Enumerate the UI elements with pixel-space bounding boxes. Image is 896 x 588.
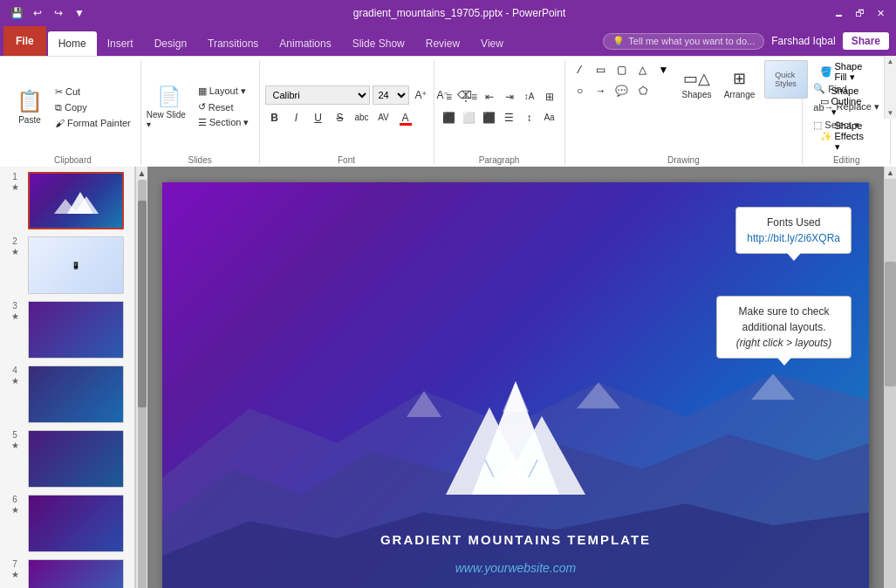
lightbulb-icon: 💡 [612, 36, 625, 47]
panel-scrollbar: ▲ ▼ [135, 167, 147, 588]
text-direction-button[interactable]: ↕A [520, 87, 539, 106]
font-size-select[interactable]: 24 [373, 85, 409, 105]
clipboard-group: 📋 Paste ✂ Cut ⧉ Copy 🖌 Format Painter [5, 60, 141, 165]
convert-to-smartart-button[interactable]: Aa [540, 108, 559, 127]
rect-shape[interactable]: ▭ [592, 60, 611, 79]
slide-image-4 [28, 366, 124, 423]
slide-thumbnail-4[interactable]: 4 ★ [3, 364, 131, 425]
font-color-button[interactable]: A [396, 108, 415, 127]
tab-design[interactable]: Design [144, 31, 197, 56]
shapes-button[interactable]: ▭△ Shapes [677, 60, 717, 107]
undo-button[interactable]: ↩ [28, 3, 47, 23]
mountain-logo [420, 355, 612, 512]
copy-button[interactable]: ⧉ Copy [51, 100, 135, 115]
oval-shape[interactable]: ○ [571, 81, 590, 100]
maximize-button[interactable]: 🗗 [851, 4, 868, 22]
quick-styles-button[interactable]: QuickStyles [764, 60, 808, 99]
arrange-button[interactable]: ⊞ Arrange [721, 60, 759, 107]
redo-button[interactable]: ↪ [49, 3, 68, 23]
tab-review[interactable]: Review [415, 31, 470, 56]
numbering-button[interactable]: ⋮≡ [460, 87, 479, 106]
clipboard-buttons: 📋 Paste ✂ Cut ⧉ Copy 🖌 Format Painter [10, 60, 135, 154]
slide-thumbnail-6[interactable]: 6 ★ [3, 493, 131, 554]
format-painter-button[interactable]: 🖌 Format Painter [51, 116, 135, 130]
arrange-icon: ⊞ [733, 69, 746, 88]
paragraph-label: Paragraph [440, 154, 559, 165]
shapes-palette: ⁄ ▭ ▢ △ ▼ ○ → 💬 ⬠ [571, 60, 674, 100]
tab-file[interactable]: File [3, 26, 46, 56]
arrow-shape[interactable]: → [592, 81, 611, 100]
reset-button[interactable]: ↺ Reset [194, 99, 254, 114]
bold-button[interactable]: B [265, 108, 284, 127]
align-right-button[interactable]: ⬛ [480, 108, 499, 127]
find-button[interactable]: 🔍 Find [808, 80, 852, 97]
justify-button[interactable]: ☰ [500, 108, 519, 127]
strikethrough-button[interactable]: S [331, 108, 350, 127]
pentagon-shape[interactable]: ⬠ [633, 81, 653, 100]
slide-thumbnail-2[interactable]: 2 ★ 📱 [3, 235, 131, 296]
canvas-area[interactable]: GRADIENT MOUNTAINS TEMPLATE www.yourwebs… [147, 167, 884, 588]
tab-slideshow[interactable]: Slide Show [342, 31, 415, 56]
cut-button[interactable]: ✂ Cut [51, 85, 135, 99]
tooltip-fonts: Fonts Used http://bit.ly/2i6XQRa [735, 207, 852, 254]
slide-thumbnail-5[interactable]: 5 ★ [3, 428, 131, 489]
ribbon-content: 📋 Paste ✂ Cut ⧉ Copy 🖌 Format Painter [0, 56, 896, 167]
minimize-button[interactable]: 🗕 [830, 4, 847, 22]
layout-icon: ▦ [198, 85, 207, 97]
scroll-up-button[interactable]: ▲ [885, 167, 896, 179]
section-icon: ☰ [198, 117, 207, 128]
align-left-button[interactable]: ⬛ [440, 108, 459, 127]
layout-button[interactable]: ▦ Layout ▾ [194, 84, 254, 99]
replace-button[interactable]: ab→ Replace ▾ [808, 99, 885, 115]
save-button[interactable]: 💾 [7, 3, 26, 23]
panel-scroll-up[interactable]: ▲ [138, 168, 147, 178]
ribbon-scroll-up[interactable]: ▲ [887, 58, 894, 65]
select-icon: ⬚ [813, 120, 822, 131]
line-shape[interactable]: ⁄ [571, 60, 590, 79]
scroll-track[interactable] [885, 179, 896, 588]
tooltip-layouts: Make sure to check additional layouts. (… [716, 296, 852, 359]
more-shapes-btn[interactable]: ▼ [654, 60, 674, 79]
bullet-row: ≡ ⋮≡ ⇤ ⇥ ↕A ⊞ [440, 87, 559, 106]
select-button[interactable]: ⬚ Select ▾ [808, 117, 865, 133]
tab-animations[interactable]: Animations [269, 31, 341, 56]
slides-small-buttons: ▦ Layout ▾ ↺ Reset ☰ Section ▾ [194, 84, 254, 130]
slide-image-3 [28, 301, 124, 359]
rounded-rect-shape[interactable]: ▢ [612, 60, 632, 79]
tell-me-search[interactable]: 💡 Tell me what you want to do... [603, 33, 764, 50]
tab-transitions[interactable]: Transitions [197, 31, 269, 56]
columns-button[interactable]: ⊞ [540, 87, 559, 106]
callout-shape[interactable]: 💬 [612, 81, 632, 100]
ribbon-scroll-down[interactable]: ▼ [887, 109, 894, 117]
font-name-select[interactable]: Calibri [265, 85, 370, 105]
slide-canvas[interactable]: GRADIENT MOUNTAINS TEMPLATE www.yourwebs… [162, 182, 869, 588]
increase-indent-button[interactable]: ⇥ [500, 87, 519, 106]
close-button[interactable]: ✕ [872, 4, 889, 22]
tab-view[interactable]: View [470, 31, 514, 56]
slide-thumbnail-7[interactable]: 7 ★ [3, 557, 131, 588]
more-qa-button[interactable]: ▼ [70, 3, 89, 23]
new-slide-button[interactable]: 📄 New Slide ▾ [147, 84, 192, 131]
italic-button[interactable]: I [287, 108, 306, 127]
vertical-scrollbar: ▲ ▼ [884, 167, 896, 588]
slide-thumbnail-1[interactable]: 1 ★ [3, 170, 131, 231]
shadow-button[interactable]: abc [352, 108, 372, 127]
slide-thumbnail-3[interactable]: 3 ★ [3, 299, 131, 360]
section-button[interactable]: ☰ Section ▾ [194, 115, 254, 130]
tab-home[interactable]: Home [48, 31, 97, 56]
char-spacing-button[interactable]: AV [374, 108, 393, 127]
slide-panel: 1 ★ 2 ★ [0, 167, 135, 588]
increase-font-button[interactable]: A⁺ [412, 85, 431, 105]
decrease-indent-button[interactable]: ⇤ [480, 87, 499, 106]
paste-button[interactable]: 📋 Paste [10, 84, 49, 131]
user-account[interactable]: Farshad Iqbal [771, 35, 835, 47]
align-center-button[interactable]: ⬜ [460, 108, 479, 127]
editing-label: Editing [808, 154, 885, 165]
triangle-shape[interactable]: △ [633, 60, 653, 79]
share-button[interactable]: Share [843, 32, 889, 50]
tab-insert[interactable]: Insert [97, 31, 144, 56]
window-controls: 🗕 🗗 ✕ [830, 4, 889, 22]
line-spacing-button[interactable]: ↕ [520, 108, 539, 127]
bullets-button[interactable]: ≡ [440, 87, 459, 106]
underline-button[interactable]: U [309, 108, 328, 127]
